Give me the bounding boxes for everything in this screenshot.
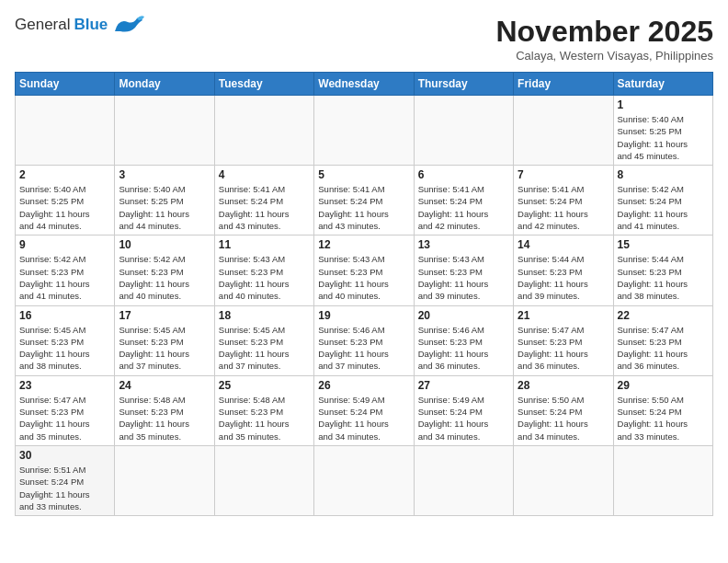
day-info: Sunrise: 5:48 AM Sunset: 5:23 PM Dayligh… [119, 394, 210, 442]
day-number: 15 [618, 238, 709, 251]
calendar-cell: 19Sunrise: 5:46 AM Sunset: 5:23 PM Dayli… [314, 305, 414, 375]
calendar-week-2: 2Sunrise: 5:40 AM Sunset: 5:25 PM Daylig… [16, 166, 713, 236]
day-number: 24 [119, 379, 210, 392]
day-number: 21 [518, 309, 609, 322]
calendar-cell: 28Sunrise: 5:50 AM Sunset: 5:24 PM Dayli… [514, 375, 613, 445]
weekday-header-monday: Monday [115, 73, 214, 96]
weekday-header-thursday: Thursday [414, 73, 513, 96]
calendar-week-1: 1Sunrise: 5:40 AM Sunset: 5:25 PM Daylig… [16, 96, 713, 166]
day-number: 27 [418, 379, 509, 392]
day-info: Sunrise: 5:44 AM Sunset: 5:23 PM Dayligh… [618, 253, 709, 302]
day-info: Sunrise: 5:47 AM Sunset: 5:23 PM Dayligh… [618, 324, 709, 373]
day-info: Sunrise: 5:46 AM Sunset: 5:23 PM Dayligh… [418, 324, 509, 373]
weekday-header-sunday: Sunday [16, 73, 115, 96]
calendar-cell: 5Sunrise: 5:41 AM Sunset: 5:24 PM Daylig… [314, 166, 414, 236]
calendar-cell: 11Sunrise: 5:43 AM Sunset: 5:23 PM Dayli… [214, 236, 313, 305]
month-title: November 2025 [495, 15, 713, 49]
day-info: Sunrise: 5:40 AM Sunset: 5:25 PM Dayligh… [19, 183, 110, 232]
day-info: Sunrise: 5:41 AM Sunset: 5:24 PM Dayligh… [219, 183, 310, 232]
calendar-cell [16, 96, 115, 166]
day-number: 16 [19, 309, 110, 322]
day-number: 22 [618, 309, 709, 322]
day-info: Sunrise: 5:47 AM Sunset: 5:23 PM Dayligh… [19, 394, 110, 442]
day-number: 9 [19, 238, 110, 251]
day-number: 3 [119, 168, 210, 181]
calendar-cell [414, 445, 513, 515]
calendar-cell: 1Sunrise: 5:40 AM Sunset: 5:25 PM Daylig… [613, 96, 712, 166]
day-info: Sunrise: 5:49 AM Sunset: 5:24 PM Dayligh… [318, 394, 409, 442]
calendar-body: 1Sunrise: 5:40 AM Sunset: 5:25 PM Daylig… [16, 96, 713, 516]
day-number: 7 [518, 168, 609, 181]
calendar-cell: 12Sunrise: 5:43 AM Sunset: 5:23 PM Dayli… [314, 236, 414, 305]
day-number: 30 [19, 449, 110, 462]
day-number: 29 [618, 379, 709, 392]
calendar-week-3: 9Sunrise: 5:42 AM Sunset: 5:23 PM Daylig… [16, 236, 713, 305]
day-number: 2 [19, 168, 110, 181]
logo-general-text: General [15, 16, 70, 34]
day-info: Sunrise: 5:42 AM Sunset: 5:23 PM Dayligh… [119, 253, 210, 302]
day-info: Sunrise: 5:49 AM Sunset: 5:24 PM Dayligh… [418, 394, 509, 442]
day-number: 25 [219, 379, 310, 392]
day-info: Sunrise: 5:47 AM Sunset: 5:23 PM Dayligh… [518, 324, 609, 373]
calendar-cell [214, 445, 313, 515]
day-info: Sunrise: 5:40 AM Sunset: 5:25 PM Dayligh… [618, 113, 709, 162]
calendar-cell: 24Sunrise: 5:48 AM Sunset: 5:23 PM Dayli… [115, 375, 214, 445]
calendar-cell: 9Sunrise: 5:42 AM Sunset: 5:23 PM Daylig… [16, 236, 115, 305]
calendar-cell: 25Sunrise: 5:48 AM Sunset: 5:23 PM Dayli… [214, 375, 313, 445]
calendar-cell [314, 96, 414, 166]
day-number: 6 [418, 168, 509, 181]
calendar-cell: 4Sunrise: 5:41 AM Sunset: 5:24 PM Daylig… [214, 166, 313, 236]
calendar-week-6: 30Sunrise: 5:51 AM Sunset: 5:24 PM Dayli… [16, 445, 713, 515]
calendar-cell: 18Sunrise: 5:45 AM Sunset: 5:23 PM Dayli… [214, 305, 313, 375]
day-number: 14 [518, 238, 609, 251]
day-info: Sunrise: 5:50 AM Sunset: 5:24 PM Dayligh… [518, 394, 609, 442]
calendar-cell: 14Sunrise: 5:44 AM Sunset: 5:23 PM Dayli… [514, 236, 613, 305]
calendar-cell: 20Sunrise: 5:46 AM Sunset: 5:23 PM Dayli… [414, 305, 513, 375]
calendar-cell: 21Sunrise: 5:47 AM Sunset: 5:23 PM Dayli… [514, 305, 613, 375]
day-info: Sunrise: 5:46 AM Sunset: 5:23 PM Dayligh… [318, 324, 409, 373]
calendar-cell: 3Sunrise: 5:40 AM Sunset: 5:25 PM Daylig… [115, 166, 214, 236]
calendar-cell: 8Sunrise: 5:42 AM Sunset: 5:24 PM Daylig… [613, 166, 712, 236]
logo: General Blue [15, 15, 144, 35]
day-number: 20 [418, 309, 509, 322]
day-info: Sunrise: 5:42 AM Sunset: 5:23 PM Dayligh… [19, 253, 110, 302]
day-number: 11 [219, 238, 310, 251]
day-number: 4 [219, 168, 310, 181]
calendar-cell: 13Sunrise: 5:43 AM Sunset: 5:23 PM Dayli… [414, 236, 513, 305]
day-number: 18 [219, 309, 310, 322]
calendar-cell [613, 445, 712, 515]
calendar-cell: 7Sunrise: 5:41 AM Sunset: 5:24 PM Daylig… [514, 166, 613, 236]
logo-blue-text: Blue [74, 16, 108, 34]
calendar-cell: 15Sunrise: 5:44 AM Sunset: 5:23 PM Dayli… [613, 236, 712, 305]
calendar-cell: 10Sunrise: 5:42 AM Sunset: 5:23 PM Dayli… [115, 236, 214, 305]
calendar-cell: 30Sunrise: 5:51 AM Sunset: 5:24 PM Dayli… [16, 445, 115, 515]
day-info: Sunrise: 5:44 AM Sunset: 5:23 PM Dayligh… [518, 253, 609, 302]
day-number: 23 [19, 379, 110, 392]
location-text: Calaya, Western Visayas, Philippines [495, 49, 713, 63]
day-number: 5 [318, 168, 409, 181]
day-number: 1 [618, 98, 709, 111]
calendar-cell: 29Sunrise: 5:50 AM Sunset: 5:24 PM Dayli… [613, 375, 712, 445]
day-info: Sunrise: 5:41 AM Sunset: 5:24 PM Dayligh… [518, 183, 609, 232]
calendar-cell [414, 96, 513, 166]
weekday-header-wednesday: Wednesday [314, 73, 414, 96]
calendar-cell: 23Sunrise: 5:47 AM Sunset: 5:23 PM Dayli… [16, 375, 115, 445]
day-info: Sunrise: 5:41 AM Sunset: 5:24 PM Dayligh… [318, 183, 409, 232]
calendar-header: SundayMondayTuesdayWednesdayThursdayFrid… [16, 73, 713, 96]
weekday-header-saturday: Saturday [613, 73, 712, 96]
calendar-cell: 16Sunrise: 5:45 AM Sunset: 5:23 PM Dayli… [16, 305, 115, 375]
calendar-cell: 6Sunrise: 5:41 AM Sunset: 5:24 PM Daylig… [414, 166, 513, 236]
calendar-cell [514, 96, 613, 166]
day-number: 26 [318, 379, 409, 392]
calendar-table: SundayMondayTuesdayWednesdayThursdayFrid… [15, 72, 713, 516]
day-info: Sunrise: 5:43 AM Sunset: 5:23 PM Dayligh… [219, 253, 310, 302]
calendar-cell [314, 445, 414, 515]
day-number: 13 [418, 238, 509, 251]
weekday-header-friday: Friday [514, 73, 613, 96]
title-block: November 2025 Calaya, Western Visayas, P… [495, 15, 713, 63]
weekday-header-tuesday: Tuesday [214, 73, 313, 96]
calendar-cell [115, 445, 214, 515]
day-number: 17 [119, 309, 210, 322]
calendar-cell [214, 96, 313, 166]
day-info: Sunrise: 5:40 AM Sunset: 5:25 PM Dayligh… [119, 183, 210, 232]
